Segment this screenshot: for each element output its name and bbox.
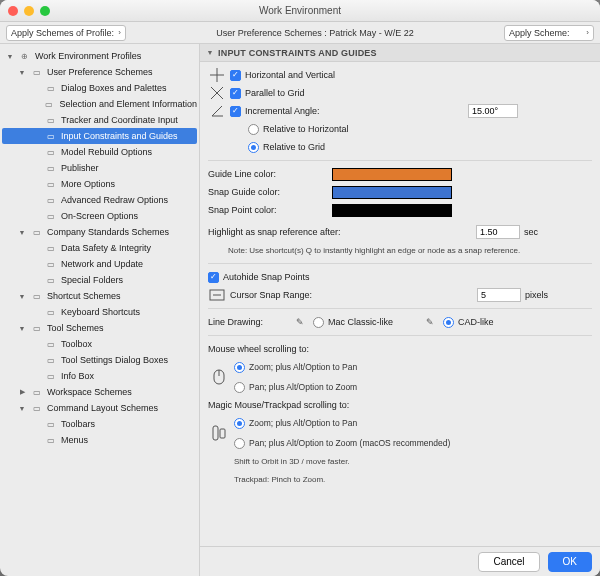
- incremental-angle-checkbox[interactable]: [230, 106, 241, 117]
- tree-item[interactable]: ▭Publisher: [2, 160, 197, 176]
- work-environment-window: Work Environment Apply Schemes of Profil…: [0, 0, 600, 576]
- tree-item[interactable]: ▭Menus: [2, 432, 197, 448]
- doc-icon: ▭: [43, 99, 55, 110]
- mws-pan-radio[interactable]: [234, 382, 245, 393]
- apply-scheme-combo[interactable]: Apply Scheme:›: [504, 25, 594, 41]
- disclosure-triangle-icon[interactable]: ▼: [6, 53, 14, 60]
- doc-icon: ▭: [44, 83, 57, 94]
- svg-rect-11: [220, 429, 225, 438]
- section-header[interactable]: ▼ INPUT CONSTRAINTS AND GUIDES: [200, 44, 600, 62]
- cad-like-radio[interactable]: [443, 317, 454, 328]
- magic-mouse-label: Magic Mouse/Trackpad scrolling to:: [208, 400, 349, 410]
- svg-line-4: [212, 106, 222, 116]
- mac-classic-radio[interactable]: [313, 317, 324, 328]
- tree-group-ts[interactable]: ▼▭Tool Schemes: [2, 320, 197, 336]
- doc-icon: ▭: [44, 243, 57, 254]
- tree-group-ws[interactable]: ▶▭Workspace Schemes: [2, 384, 197, 400]
- line-drawing-label: Line Drawing:: [208, 317, 263, 327]
- autohide-snap-points-checkbox[interactable]: [208, 272, 219, 283]
- folder-icon: ▭: [30, 387, 43, 398]
- folder-icon: ▭: [30, 227, 43, 238]
- breadcrumb: User Preference Schemes : Patrick May - …: [132, 28, 498, 38]
- relative-grid-radio[interactable]: [248, 142, 259, 153]
- titlebar[interactable]: Work Environment: [0, 0, 600, 22]
- tree-item[interactable]: ▭Info Box: [2, 368, 197, 384]
- disclosure-triangle-icon[interactable]: ▼: [18, 325, 26, 332]
- tree-item[interactable]: ▭Tracker and Coordinate Input: [2, 112, 197, 128]
- disclosure-triangle-icon[interactable]: ▼: [18, 229, 26, 236]
- doc-icon: ▭: [44, 259, 57, 270]
- tree-item-selected[interactable]: ▭Input Constraints and Guides: [2, 128, 197, 144]
- tree-item[interactable]: ▭Toolbars: [2, 416, 197, 432]
- doc-icon: ▭: [44, 211, 57, 222]
- chevron-right-icon: ›: [586, 28, 589, 37]
- snap-guide-color-swatch[interactable]: [332, 186, 452, 199]
- tree-group-ups[interactable]: ▼▭User Preference Schemes: [2, 64, 197, 80]
- doc-icon: ▭: [44, 307, 57, 318]
- shortcut-note: Note: Use shortcut(s) Q to instantly hig…: [228, 246, 520, 255]
- mts-zoom-radio[interactable]: [234, 418, 245, 429]
- guide-line-color-swatch[interactable]: [332, 168, 452, 181]
- cancel-button[interactable]: Cancel: [478, 552, 539, 572]
- doc-icon: ▭: [44, 131, 57, 142]
- disclosure-triangle-icon[interactable]: ▶: [18, 388, 26, 396]
- doc-icon: ▭: [44, 275, 57, 286]
- relative-horizontal-radio[interactable]: [248, 124, 259, 135]
- doc-icon: ▭: [44, 147, 57, 158]
- apply-profile-combo[interactable]: Apply Schemes of Profile:›: [6, 25, 126, 41]
- tree-item[interactable]: ▭Network and Update: [2, 256, 197, 272]
- doc-icon: ▭: [44, 355, 57, 366]
- incremental-angle-input[interactable]: 15.00°: [468, 104, 518, 118]
- highlight-delay-input[interactable]: 1.50: [476, 225, 520, 239]
- window-title: Work Environment: [0, 5, 600, 16]
- toolbar: Apply Schemes of Profile:› User Preferen…: [0, 22, 600, 44]
- doc-icon: ▭: [44, 163, 57, 174]
- tree-item[interactable]: ▭Dialog Boxes and Palettes: [2, 80, 197, 96]
- mws-zoom-radio[interactable]: [234, 362, 245, 373]
- chevron-right-icon: ›: [118, 28, 121, 37]
- snap-guide-color-label: Snap Guide color:: [208, 187, 328, 197]
- tree-item[interactable]: ▭Selection and Element Information: [2, 96, 197, 112]
- folder-icon: ▭: [30, 403, 43, 414]
- doc-icon: ▭: [44, 419, 57, 430]
- tree-item[interactable]: ▭Advanced Redraw Options: [2, 192, 197, 208]
- tree-item[interactable]: ▭Model Rebuild Options: [2, 144, 197, 160]
- snap-point-color-label: Snap Point color:: [208, 205, 328, 215]
- folder-icon: ▭: [30, 291, 43, 302]
- tree-item[interactable]: ▭More Options: [2, 176, 197, 192]
- doc-icon: ▭: [44, 435, 57, 446]
- tree-group-cls[interactable]: ▼▭Command Layout Schemes: [2, 400, 197, 416]
- mouse-icon: [208, 370, 230, 384]
- disclosure-triangle-icon[interactable]: ▼: [18, 69, 26, 76]
- tree-item[interactable]: ▭Tool Settings Dialog Boxes: [2, 352, 197, 368]
- disclosure-triangle-icon[interactable]: ▼: [18, 405, 26, 412]
- svg-rect-10: [213, 426, 218, 440]
- tree-group-css[interactable]: ▼▭Company Standards Schemes: [2, 224, 197, 240]
- cursor-snap-range-input[interactable]: 5: [477, 288, 521, 302]
- parallel-to-grid-checkbox[interactable]: [230, 88, 241, 99]
- tree-item[interactable]: ▭Special Folders: [2, 272, 197, 288]
- mts-pan-radio[interactable]: [234, 438, 245, 449]
- tree-item[interactable]: ▭Toolbox: [2, 336, 197, 352]
- angle-icon: [208, 104, 226, 118]
- sidebar-tree: ▼⊕Work Environment Profiles ▼▭User Prefe…: [0, 44, 200, 576]
- disclosure-triangle-icon[interactable]: ▼: [18, 293, 26, 300]
- tree-root[interactable]: ▼⊕Work Environment Profiles: [2, 48, 197, 64]
- guide-line-color-label: Guide Line color:: [208, 169, 328, 179]
- pencil-icon: ✎: [421, 315, 439, 329]
- tree-item[interactable]: ▭Keyboard Shortcuts: [2, 304, 197, 320]
- cursor-range-icon: [208, 288, 226, 302]
- horizontal-vertical-checkbox[interactable]: [230, 70, 241, 81]
- doc-icon: ▭: [44, 339, 57, 350]
- ok-button[interactable]: OK: [548, 552, 592, 572]
- cross-axis-icon: [208, 68, 226, 82]
- disclosure-triangle-icon[interactable]: ▼: [206, 49, 214, 56]
- pencil-icon: ✎: [291, 315, 309, 329]
- doc-icon: ▭: [44, 371, 57, 382]
- doc-icon: ▭: [44, 115, 57, 126]
- tree-item[interactable]: ▭Data Safety & Integrity: [2, 240, 197, 256]
- tree-item[interactable]: ▭On-Screen Options: [2, 208, 197, 224]
- snap-point-color-swatch[interactable]: [332, 204, 452, 217]
- folder-icon: ▭: [30, 323, 43, 334]
- tree-group-ss[interactable]: ▼▭Shortcut Schemes: [2, 288, 197, 304]
